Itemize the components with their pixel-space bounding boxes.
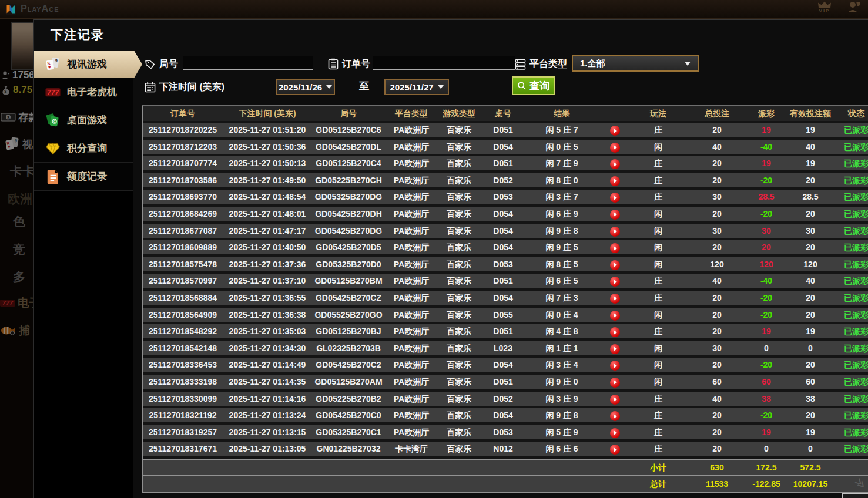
cell-order: 251127018693770 xyxy=(143,190,223,204)
replay-play-button[interactable] xyxy=(610,411,620,421)
cell-bet: 20 xyxy=(685,442,749,456)
cell-payout: -20 xyxy=(749,291,783,305)
cell-time: 2025-11-27 01:49:50 xyxy=(223,173,312,187)
replay-play-button[interactable] xyxy=(610,327,620,337)
platform-type-select[interactable]: 1.全部 xyxy=(572,55,699,72)
cell-play: 闲 xyxy=(632,308,685,322)
cell-result: 闲 6 庄 5 xyxy=(526,274,598,288)
replay-play-button[interactable] xyxy=(610,378,620,388)
menu-item-table-games[interactable]: C桌面游戏 xyxy=(34,106,133,134)
replay-play-button[interactable] xyxy=(610,277,620,287)
replay-play-button[interactable] xyxy=(610,176,620,186)
play-icon xyxy=(614,313,617,318)
svg-text:777: 777 xyxy=(2,300,14,307)
replay-play-button[interactable] xyxy=(610,143,620,153)
cell-valid: 20 xyxy=(783,308,837,322)
search-icon xyxy=(517,81,527,90)
cell-game: 百家乐 xyxy=(438,358,480,372)
replay-play-button[interactable] xyxy=(610,126,620,136)
replay-play-button[interactable] xyxy=(610,428,620,438)
cell-game: 百家乐 xyxy=(438,224,480,238)
cell-replay xyxy=(598,156,632,170)
cell-platform: PA欧洲厅 xyxy=(385,123,438,137)
search-button[interactable]: 查询 xyxy=(512,76,555,95)
cell-tableno: D054 xyxy=(480,240,526,254)
date-from-select[interactable]: 2025/11/26 xyxy=(276,79,335,95)
replay-play-button[interactable] xyxy=(610,159,620,169)
replay-play-button[interactable] xyxy=(610,210,620,220)
replay-play-button[interactable] xyxy=(610,344,620,354)
replay-play-button[interactable] xyxy=(610,294,620,304)
cell-tableno: D054 xyxy=(480,140,526,154)
cell-tableno: D051 xyxy=(480,274,526,288)
cell-payout: -20 xyxy=(749,308,783,322)
cell-valid: 19 xyxy=(783,425,837,439)
cell-valid: 19 xyxy=(783,123,837,137)
svg-text:777: 777 xyxy=(47,88,59,96)
order-id-input[interactable] xyxy=(373,56,515,70)
cell-status: 已派彩 xyxy=(837,140,868,154)
round-id-input[interactable] xyxy=(183,56,313,70)
round-id-label: 局号 xyxy=(159,58,178,70)
cell-status: 已派彩 xyxy=(837,341,868,355)
replay-play-button[interactable] xyxy=(610,227,620,237)
cell-play: 庄 xyxy=(632,123,685,137)
cell-platform: PA欧洲厅 xyxy=(385,375,438,389)
cell-bet: 630 xyxy=(685,460,749,475)
table-row: 2511270185709972025-11-27 01:37:10GD0512… xyxy=(143,274,868,288)
replay-play-button[interactable] xyxy=(610,193,620,203)
cell-round: GD05425B270DL xyxy=(312,140,385,154)
cell-game: 百家乐 xyxy=(438,392,480,406)
modal-menu: 9K♥视讯游戏777电子老虎机C桌面游戏积分查询额度记录 xyxy=(34,51,133,498)
cell-play: 闲 xyxy=(632,375,685,389)
cell-tableno xyxy=(480,476,526,492)
cell-result: 闲 3 庄 4 xyxy=(526,358,598,372)
menu-item-records[interactable]: 额度记录 xyxy=(34,163,133,191)
date-to-select[interactable]: 2025/11/27 xyxy=(384,79,449,95)
kaka-label: 卡卡 xyxy=(10,163,35,180)
cell-game xyxy=(438,460,480,475)
table-row: 2511270185482922025-11-27 01:35:03GD0512… xyxy=(143,324,868,338)
replay-play-button[interactable] xyxy=(610,445,620,455)
cell-status: 已派彩 xyxy=(837,392,868,406)
play-icon xyxy=(614,380,617,385)
replay-play-button[interactable] xyxy=(610,395,620,405)
cell-replay xyxy=(598,274,632,288)
cell-round xyxy=(312,460,385,475)
cell-order: 251127018609889 xyxy=(143,240,223,254)
replay-play-button[interactable] xyxy=(610,260,620,270)
calendar-icon xyxy=(145,82,156,93)
chevron-down-icon xyxy=(685,62,691,66)
customer-service-button[interactable] xyxy=(847,1,861,14)
table-row: 2511270187077742025-11-27 01:50:13GD0512… xyxy=(143,156,868,170)
table-body: 2511270187202252025-11-27 01:51:20GD0512… xyxy=(143,123,868,456)
cell-tableno: D051 xyxy=(480,375,526,389)
play-icon xyxy=(614,346,617,351)
menu-item-slots[interactable]: 777电子老虎机 xyxy=(34,78,133,106)
cell-status: 已派彩 xyxy=(837,324,868,338)
player-count-icon: * xyxy=(1,71,10,80)
cell-tableno: D052 xyxy=(480,392,526,406)
cell-status: 已派彩 xyxy=(837,358,868,372)
date-to-value: 2025/11/27 xyxy=(390,82,433,92)
cell-play: 庄 xyxy=(632,392,685,406)
cell-time: 下注时间 (美东) xyxy=(223,106,312,121)
cell-order: 251127018575478 xyxy=(143,257,223,271)
menu-item-cards[interactable]: 9K♥视讯游戏 xyxy=(34,51,153,78)
cell-tableno xyxy=(480,460,526,475)
cell-time: 2025-11-27 01:50:13 xyxy=(223,156,312,170)
cell-bet: 30 xyxy=(685,341,749,355)
pagination-box[interactable] xyxy=(842,493,868,498)
cell-payout: 28.5 xyxy=(749,190,783,204)
cell-replay xyxy=(598,442,632,456)
replay-play-button[interactable] xyxy=(610,361,620,371)
table-row: 2511270183331982025-11-27 01:14:35GD0512… xyxy=(143,375,868,389)
menu-item-points[interactable]: 积分查询 xyxy=(34,134,133,163)
vip-button[interactable]: VIP xyxy=(817,1,832,14)
cell-payout: 172.5 xyxy=(749,460,783,475)
cell-tableno: D054 xyxy=(480,207,526,221)
play-icon xyxy=(614,145,617,150)
replay-play-button[interactable] xyxy=(610,243,620,253)
replay-play-button[interactable] xyxy=(610,311,620,321)
balance-moneybag-icon: $ xyxy=(1,85,11,95)
